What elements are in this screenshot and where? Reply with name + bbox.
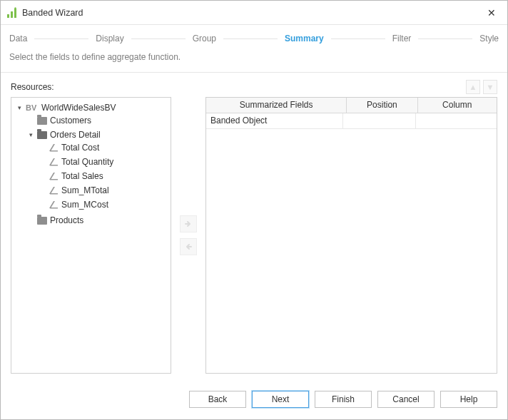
remove-field-button[interactable] xyxy=(180,238,197,255)
svg-rect-12 xyxy=(50,193,58,195)
tree-field-total-quantity[interactable]: · Total Quantity xyxy=(37,156,169,168)
step-separator xyxy=(223,39,278,39)
tree-root[interactable]: ▾ BV WorldWideSalesBV xyxy=(14,102,169,113)
svg-rect-14 xyxy=(50,208,58,209)
step-style[interactable]: Style xyxy=(478,34,500,43)
tree-node-label: WorldWideSalesBV xyxy=(41,103,116,113)
collapse-icon[interactable]: ▾ xyxy=(16,104,23,111)
step-separator xyxy=(34,39,88,39)
back-button[interactable]: Back xyxy=(189,391,246,408)
svg-marker-5 xyxy=(49,144,55,151)
step-separator xyxy=(131,39,186,39)
field-icon xyxy=(49,143,59,152)
tree-folder-products[interactable]: ▸ Products xyxy=(26,215,169,226)
tree-field-sum-mtotal[interactable]: · Sum_MTotal xyxy=(37,185,169,196)
add-field-button[interactable] xyxy=(180,215,197,232)
svg-rect-6 xyxy=(50,150,58,152)
business-view-icon: BV xyxy=(26,103,39,112)
tree-node-label: Total Sales xyxy=(61,171,103,181)
svg-marker-11 xyxy=(49,187,55,194)
cancel-button[interactable]: Cancel xyxy=(377,391,435,408)
field-icon xyxy=(49,158,59,166)
step-data[interactable]: Data xyxy=(8,34,29,43)
folder-icon xyxy=(37,217,47,225)
folder-icon xyxy=(37,117,47,125)
tree-node-label: Customers xyxy=(50,116,91,126)
col-column[interactable]: Column xyxy=(418,98,497,113)
field-icon xyxy=(49,200,59,209)
wizard-footer: Back Next Finish Cancel Help xyxy=(1,382,507,419)
table-row[interactable]: Banded Object xyxy=(206,113,497,129)
col-position[interactable]: Position xyxy=(347,98,417,113)
step-display[interactable]: Display xyxy=(94,34,125,43)
help-button[interactable]: Help xyxy=(440,391,497,408)
step-separator xyxy=(331,39,385,39)
svg-rect-2 xyxy=(14,9,16,18)
tree-node-label: Sum_MCost xyxy=(61,200,108,210)
col-summarized-fields[interactable]: Summarized Fields xyxy=(206,98,347,113)
svg-rect-1 xyxy=(11,11,13,18)
svg-text:BV: BV xyxy=(26,103,37,112)
tree-node-label: Sum_MTotal xyxy=(61,185,109,195)
svg-rect-0 xyxy=(7,14,9,18)
tree-folder-customers[interactable]: ▸ Customers xyxy=(26,115,169,126)
cell-summarized: Banded Object xyxy=(206,113,343,129)
finish-button[interactable]: Finish xyxy=(315,391,372,408)
svg-point-3 xyxy=(14,7,16,9)
close-icon[interactable]: ✕ xyxy=(483,7,500,19)
window-title: Banded Wizard xyxy=(22,8,483,18)
move-up-button[interactable]: ▲ xyxy=(466,80,480,94)
tree-field-total-sales[interactable]: · Total Sales xyxy=(37,170,169,182)
move-down-button[interactable]: ▼ xyxy=(483,80,497,94)
svg-marker-13 xyxy=(49,201,55,208)
next-button[interactable]: Next xyxy=(252,391,309,408)
tree-field-total-cost[interactable]: · Total Cost xyxy=(37,142,169,153)
resources-label: Resources: xyxy=(11,82,54,92)
table-header: Summarized Fields Position Column xyxy=(206,98,497,113)
summarized-fields-table[interactable]: Summarized Fields Position Column Banded… xyxy=(205,97,497,374)
svg-rect-10 xyxy=(50,179,58,180)
instruction-text: Select the fields to define aggregate fu… xyxy=(1,52,507,72)
titlebar: Banded Wizard ✕ xyxy=(1,1,507,25)
cell-position[interactable] xyxy=(343,113,416,129)
tree-node-label: Total Quantity xyxy=(61,157,113,167)
step-filter[interactable]: Filter xyxy=(391,34,413,43)
step-group[interactable]: Group xyxy=(191,34,218,43)
tree-field-sum-mcost[interactable]: · Sum_MCost xyxy=(37,199,169,210)
field-icon xyxy=(49,186,59,195)
wizard-steps: Data Display Group Summary Filter Style xyxy=(1,25,507,52)
tree-node-label: Total Cost xyxy=(61,143,99,153)
svg-marker-7 xyxy=(49,158,55,165)
app-logo-icon xyxy=(6,7,18,19)
collapse-icon[interactable]: ▾ xyxy=(27,131,34,138)
svg-rect-8 xyxy=(50,165,58,166)
step-summary[interactable]: Summary xyxy=(283,34,325,43)
resources-tree[interactable]: ▾ BV WorldWideSalesBV ▸ xyxy=(11,97,171,374)
field-icon xyxy=(49,172,59,180)
svg-marker-9 xyxy=(49,173,55,180)
tree-node-label: Orders Detail xyxy=(50,130,101,140)
folder-open-icon xyxy=(37,131,47,139)
tree-node-label: Products xyxy=(50,215,83,225)
tree-folder-orders-detail[interactable]: ▾ Orders Detail xyxy=(26,129,169,140)
step-separator xyxy=(418,39,472,39)
cell-column[interactable] xyxy=(416,113,497,129)
